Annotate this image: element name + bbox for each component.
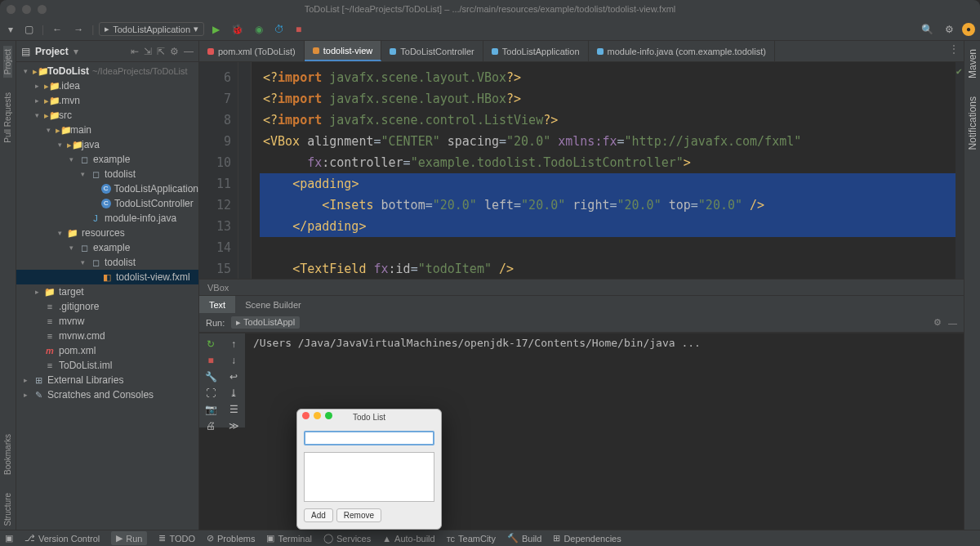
breadcrumb-item[interactable]: VBox: [207, 283, 229, 293]
code-line[interactable]: <?import javafx.scene.layout.VBox?>: [260, 67, 964, 88]
tree-row[interactable]: ≡ToDoList.iml: [16, 358, 198, 373]
tree-row[interactable]: mpom.xml: [16, 343, 198, 358]
rerun-icon[interactable]: ↻: [207, 338, 215, 350]
code-line[interactable]: </padding>: [260, 216, 964, 237]
editor-tab[interactable]: pom.xml (ToDoList): [199, 41, 305, 61]
wrench-icon[interactable]: 🔧: [205, 371, 217, 383]
avatar[interactable]: ●: [962, 23, 975, 36]
tree-row[interactable]: ▸⊞External Libraries: [16, 373, 198, 387]
minimize-icon[interactable]: [314, 412, 321, 419]
editor-tab[interactable]: todolist-view: [305, 41, 382, 61]
status-teamcity[interactable]: тсTeamCity: [447, 534, 496, 544]
tree-row[interactable]: ▾▸📁java: [16, 137, 198, 152]
code-line[interactable]: <?import javafx.scene.layout.HBox?>: [260, 88, 964, 110]
expand-all-icon[interactable]: ⇲: [144, 46, 152, 57]
status-dependencies[interactable]: ⊞Dependencies: [553, 533, 621, 544]
todo-list-view[interactable]: [304, 452, 434, 502]
subtab-text[interactable]: Text: [199, 296, 235, 313]
remove-button[interactable]: Remove: [336, 508, 381, 522]
tree-row[interactable]: ▾📁resources: [16, 226, 198, 240]
status-todo[interactable]: ≣TODO: [158, 533, 195, 544]
code-editor[interactable]: 678910111213141516171819202122 <?import …: [199, 62, 964, 279]
close-icon[interactable]: [302, 412, 310, 419]
run-icon[interactable]: ▶: [209, 22, 223, 37]
tree-row[interactable]: ▸▸📁.mvn: [16, 93, 198, 108]
run-tab[interactable]: ▸ TodoListAppl: [231, 316, 300, 329]
editor-tab[interactable]: module-info.java (com.example.todolist): [589, 41, 775, 61]
traffic-lights[interactable]: [7, 5, 47, 14]
tool-window-structure[interactable]: Structure: [3, 490, 12, 530]
tool-window-maven[interactable]: Maven: [967, 46, 978, 82]
status-problems[interactable]: ⊘Problems: [207, 533, 255, 544]
print-icon[interactable]: 🖨: [206, 420, 216, 432]
collapse-all-icon[interactable]: ⇱: [157, 46, 165, 57]
code-line[interactable]: [260, 237, 964, 258]
hammer-icon[interactable]: ▢: [21, 22, 37, 37]
fold-gutter[interactable]: [238, 62, 252, 279]
tree-row[interactable]: ≡mvnw.cmd: [16, 329, 198, 343]
error-stripe[interactable]: ✔: [956, 62, 964, 279]
trash-icon[interactable]: ≫: [229, 420, 239, 432]
editor-tab[interactable]: ToDoListController: [381, 41, 483, 61]
code-line[interactable]: fx:controller="example.todolist.TodoList…: [260, 152, 964, 173]
gear-icon[interactable]: ⚙: [933, 317, 942, 328]
search-icon[interactable]: 🔍: [918, 22, 937, 37]
camera-icon[interactable]: 📷: [205, 404, 217, 415]
debug-icon[interactable]: 🐞: [228, 22, 247, 37]
filter-icon[interactable]: ☰: [229, 404, 238, 415]
tree-row[interactable]: ▾▸📁ToDoList ~/IdeaProjects/ToDoList: [16, 64, 198, 78]
tool-window-project[interactable]: Project: [3, 46, 12, 78]
javafx-app-window[interactable]: Todo List Add Remove: [296, 409, 442, 530]
tool-window-quick-access-icon[interactable]: ▣: [5, 533, 13, 544]
tree-row[interactable]: ▾◻example: [16, 152, 198, 167]
hide-icon[interactable]: —: [184, 46, 194, 57]
line-number-gutter[interactable]: 678910111213141516171819202122: [199, 62, 238, 279]
javafx-titlebar[interactable]: Todo List: [297, 410, 441, 424]
tree-row[interactable]: ◧todolist-view.fxml: [16, 270, 198, 284]
tree-row[interactable]: ≡.gitignore: [16, 299, 198, 314]
scroll-end-icon[interactable]: ⤓: [229, 387, 238, 399]
tool-window-bookmarks[interactable]: Bookmarks: [3, 431, 12, 478]
tree-row[interactable]: ▾◻example: [16, 240, 198, 255]
todo-item-input[interactable]: [304, 431, 434, 445]
subtab-scene-builder[interactable]: Scene Builder: [235, 296, 311, 313]
stop-icon[interactable]: ■: [207, 355, 213, 366]
profile-icon[interactable]: ⏱: [271, 22, 287, 37]
code-line[interactable]: <padding>: [260, 173, 964, 195]
tree-row[interactable]: ▾▸📁main: [16, 123, 198, 137]
gear-icon[interactable]: ⚙: [170, 46, 179, 57]
select-opened-file-icon[interactable]: ⇤: [131, 46, 139, 57]
tab-list-icon[interactable]: ⋮: [949, 43, 959, 55]
status-build[interactable]: 🔨Build: [507, 533, 541, 544]
editor-tab[interactable]: TodoListApplication: [483, 41, 589, 61]
tree-row[interactable]: ▸📁target: [16, 284, 198, 299]
tree-row[interactable]: ▸✎Scratches and Consoles: [16, 387, 198, 402]
tree-row[interactable]: ▸▸📁.idea: [16, 78, 198, 93]
up-icon[interactable]: ↑: [231, 338, 236, 350]
status-services[interactable]: ◯Services: [323, 533, 371, 544]
tree-row[interactable]: ▾▸📁src: [16, 108, 198, 123]
tree-row[interactable]: ▾◻todolist: [16, 255, 198, 270]
hide-icon[interactable]: —: [948, 318, 957, 328]
status-run[interactable]: ▶Run: [111, 531, 147, 545]
status-terminal[interactable]: ▣Terminal: [266, 533, 312, 544]
status-version-control[interactable]: ⎇Version Control: [24, 533, 100, 544]
tree-row[interactable]: ▾◻todolist: [16, 167, 198, 181]
tool-window-pull-requests[interactable]: Pull Requests: [3, 89, 12, 146]
code-line[interactable]: <?import javafx.scene.control.ListView?>: [260, 110, 964, 131]
nav-back-icon[interactable]: ←: [49, 22, 65, 37]
coverage-icon[interactable]: ◉: [252, 22, 266, 37]
nav-forward-icon[interactable]: →: [70, 22, 87, 37]
down-icon[interactable]: ↓: [231, 355, 236, 366]
code-line[interactable]: <TextField fx:id="todoItem" />: [260, 258, 964, 279]
chevron-down-icon[interactable]: ▾: [74, 46, 78, 57]
status-auto-build[interactable]: ▲Auto-build: [382, 534, 434, 544]
code-content[interactable]: <?import javafx.scene.layout.VBox?><?imp…: [252, 62, 964, 279]
tool-window-notifications[interactable]: Notifications: [967, 93, 978, 153]
project-dropdown-icon[interactable]: ▾: [5, 22, 16, 37]
tree-row[interactable]: CTodoListApplication: [16, 181, 198, 196]
project-tree[interactable]: ▾▸📁ToDoList ~/IdeaProjects/ToDoList▸▸📁.i…: [16, 62, 198, 530]
soft-wrap-icon[interactable]: ↩: [229, 371, 238, 383]
add-button[interactable]: Add: [304, 508, 333, 522]
maximize-icon[interactable]: [325, 412, 332, 419]
